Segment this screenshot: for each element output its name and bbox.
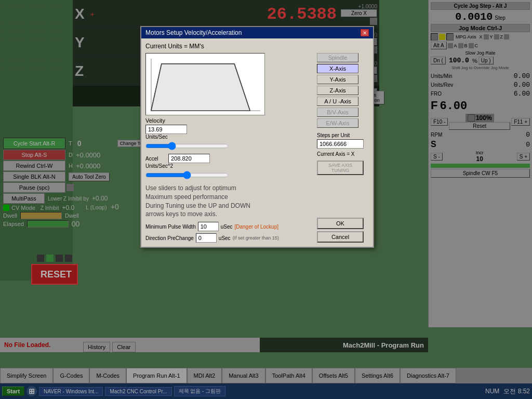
modal-title-text: Motors Setup Velocity/Acceleration	[145, 29, 242, 36]
min-pulse-input[interactable]	[198, 222, 219, 231]
au-axis-button[interactable]: A / U -Axis	[317, 97, 358, 106]
velocity-section: Velocity Units/Sec	[145, 117, 313, 152]
units-sec2-label: Units/Sec^2	[145, 163, 313, 169]
modal-title-bar: Motors Setup Velocity/Acceleration ✕	[141, 27, 373, 38]
min-pulse-unit: uSec	[221, 224, 233, 230]
velocity-graph	[145, 53, 265, 115]
accel-label: Accel	[145, 156, 166, 162]
danger-label: [Danger of Lockup]	[235, 224, 279, 230]
y-axis-button[interactable]: Y-Axis	[317, 75, 358, 84]
min-pulse-row: Minimum Pulse Width uSec [Danger of Lock…	[145, 222, 313, 231]
cancel-button[interactable]: Cancel	[317, 231, 364, 243]
steps-per-unit-section: Steps per Unit	[317, 132, 369, 149]
modal-body: Current Units = MM's	[141, 38, 373, 247]
dir-prechange-note: (If set greater than 15)	[233, 235, 279, 241]
save-axis-tuning-button[interactable]: SAVE AXIS TUNING	[317, 161, 364, 175]
ok-button[interactable]: OK	[317, 218, 364, 229]
accel-value-row: Accel	[145, 154, 313, 163]
x-axis-button[interactable]: X-Axis	[317, 64, 358, 73]
slider-note-2: During Tuning use the UP and DOWN arrows…	[145, 202, 250, 218]
velocity-slider[interactable]	[145, 142, 229, 150]
accel-slider[interactable]	[145, 171, 229, 179]
min-pulse-label: Minimum Pulse Width	[145, 224, 196, 230]
motors-setup-modal: Motors Setup Velocity/Acceleration ✕ Cur…	[140, 26, 374, 248]
modal-main-content: Velocity Units/Sec Accel Units/Sec^2	[145, 53, 369, 243]
velocity-label: Velocity	[145, 117, 177, 124]
velocity-label-row: Velocity	[145, 117, 313, 124]
units-row: Current Units = MM's	[145, 43, 369, 50]
slider-note: Use sliders to adjust for optimum Maximu…	[145, 184, 265, 219]
steps-per-unit-label: Steps per Unit	[317, 132, 369, 138]
dir-prechange-label: Direction PreChange	[145, 235, 194, 241]
slider-note-1: Use sliders to adjust for optimum Maximu…	[145, 184, 236, 201]
dir-prechange-input[interactable]	[196, 233, 217, 243]
dir-prechange-unit: uSec	[219, 235, 231, 241]
bv-axis-button[interactable]: B/V-Axis	[317, 108, 358, 117]
ew-axis-button[interactable]: E/W-Axis	[317, 118, 358, 128]
accel-input[interactable]	[168, 154, 210, 163]
units-sec-label: Units/Sec	[145, 134, 313, 140]
velocity-graph-svg	[146, 54, 265, 115]
modal-right: Spindle X-Axis Y-Axis Z-Axis A / U -Axis…	[317, 53, 369, 243]
velocity-input[interactable]	[145, 125, 187, 134]
modal-left: Velocity Units/Sec Accel Units/Sec^2	[145, 53, 313, 243]
svg-marker-3	[151, 64, 250, 111]
units-label: Current Units = MM's	[145, 43, 204, 50]
ok-cancel-area: OK Cancel	[317, 207, 369, 243]
spindle-button[interactable]: Spindle	[317, 53, 358, 62]
current-axis-label: Current Axis = X	[317, 151, 369, 157]
velocity-value-row	[145, 125, 313, 134]
steps-input[interactable]	[317, 139, 364, 149]
dir-prechange-row: Direction PreChange uSec (If set greater…	[145, 233, 313, 243]
modal-close-button[interactable]: ✕	[361, 29, 369, 36]
z-axis-button[interactable]: Z-Axis	[317, 86, 358, 95]
accel-section: Accel Units/Sec^2	[145, 154, 313, 181]
